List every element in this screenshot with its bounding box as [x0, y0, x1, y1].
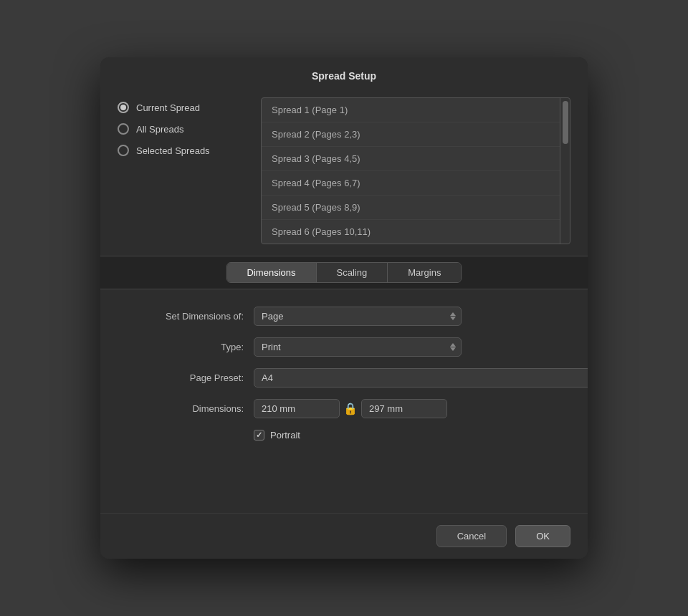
page-preset-select-wrapper: A4 [254, 368, 588, 388]
set-dimensions-label: Set Dimensions of: [129, 311, 244, 322]
spread-item[interactable]: Spread 3 (Pages 4,5) [262, 147, 560, 171]
spread-item[interactable]: Spread 1 (Page 1) [262, 98, 560, 122]
radio-selected-spreads[interactable]: Selected Spreads [118, 145, 247, 156]
dialog-title: Spread Setup [100, 57, 588, 90]
radio-input-selected[interactable] [118, 145, 129, 156]
dimensions-inputs: 🔒 [254, 399, 447, 418]
portrait-checkbox-wrapper[interactable]: Portrait [254, 430, 300, 441]
page-preset-row: Page Preset: A4 [129, 368, 559, 388]
radio-current-spread[interactable]: Current Spread [118, 102, 247, 113]
spreads-list-container: Spread 1 (Page 1)Spread 2 (Pages 2,3)Spr… [261, 97, 570, 244]
radio-all-spreads[interactable]: All Spreads [118, 123, 247, 135]
tabs-section: Dimensions Scaling Margins [100, 256, 588, 289]
portrait-row: Portrait [254, 430, 559, 441]
ok-button[interactable]: OK [515, 525, 570, 547]
page-preset-label: Page Preset: [129, 372, 244, 383]
dimensions-row: Dimensions: 🔒 [129, 399, 559, 418]
tab-margins[interactable]: Margins [388, 263, 461, 282]
type-label: Type: [129, 342, 244, 352]
scrollbar-track[interactable] [560, 98, 570, 244]
type-select-wrapper: Print [254, 337, 462, 357]
spread-item[interactable]: Spread 4 (Pages 6,7) [262, 171, 560, 196]
radio-label-all: All Spreads [136, 124, 183, 135]
set-dimensions-select-wrapper: Page [254, 307, 462, 326]
scrollbar-thumb[interactable] [563, 101, 568, 144]
spreads-scrollbar: Spread 1 (Page 1)Spread 2 (Pages 2,3)Spr… [262, 98, 570, 244]
lock-icon: 🔒 [340, 402, 361, 415]
spread-item[interactable]: Spread 2 (Pages 2,3) [262, 122, 560, 147]
page-preset-select[interactable]: A4 [254, 368, 588, 388]
type-select[interactable]: Print [254, 337, 462, 357]
portrait-checkbox[interactable] [254, 430, 264, 441]
footer: Cancel OK [100, 513, 588, 559]
tabs-container: Dimensions Scaling Margins [226, 262, 462, 283]
spread-item[interactable]: Spread 6 (Pages 10,11) [262, 220, 560, 244]
dimensions-label: Dimensions: [129, 403, 244, 414]
width-input[interactable] [254, 399, 340, 418]
radio-label-current: Current Spread [136, 102, 200, 113]
cancel-button[interactable]: Cancel [436, 525, 507, 547]
portrait-label: Portrait [270, 430, 300, 441]
type-row: Type: Print [129, 337, 559, 357]
spread-item[interactable]: Spread 5 (Pages 8,9) [262, 196, 560, 220]
radio-input-all[interactable] [118, 123, 129, 135]
height-input[interactable] [361, 399, 447, 418]
spread-setup-dialog: Spread Setup Current Spread All Spreads … [100, 57, 588, 559]
tab-scaling[interactable]: Scaling [317, 263, 388, 282]
set-dimensions-row: Set Dimensions of: Page [129, 307, 559, 326]
set-dimensions-select[interactable]: Page [254, 307, 462, 326]
radio-input-current[interactable] [118, 102, 129, 113]
spreads-list[interactable]: Spread 1 (Page 1)Spread 2 (Pages 2,3)Spr… [262, 98, 560, 244]
top-section: Current Spread All Spreads Selected Spre… [100, 90, 588, 256]
radio-group: Current Spread All Spreads Selected Spre… [118, 97, 247, 244]
tab-dimensions[interactable]: Dimensions [227, 263, 317, 282]
content-section: Set Dimensions of: Page Type: Print [100, 289, 588, 513]
radio-label-selected: Selected Spreads [136, 145, 210, 156]
